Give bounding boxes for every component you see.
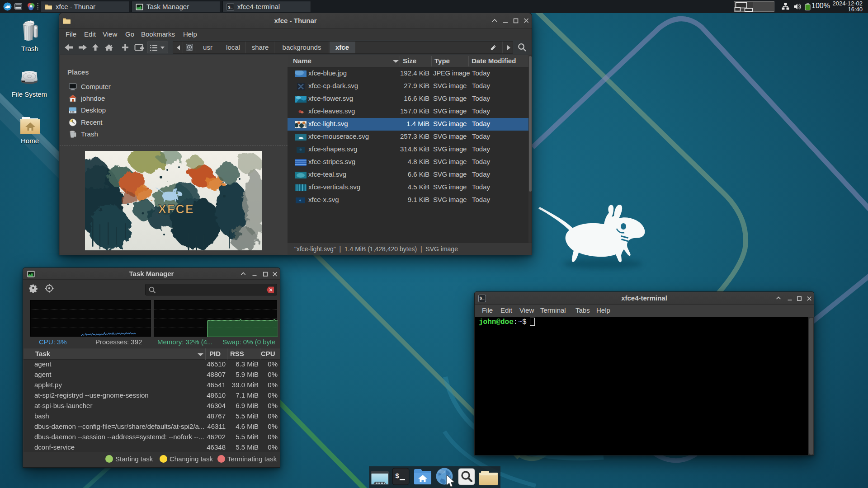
- svg-text:$_: $_: [228, 5, 233, 10]
- svg-text:$: $: [395, 473, 399, 480]
- svg-text:XFCE: XFCE: [158, 202, 194, 216]
